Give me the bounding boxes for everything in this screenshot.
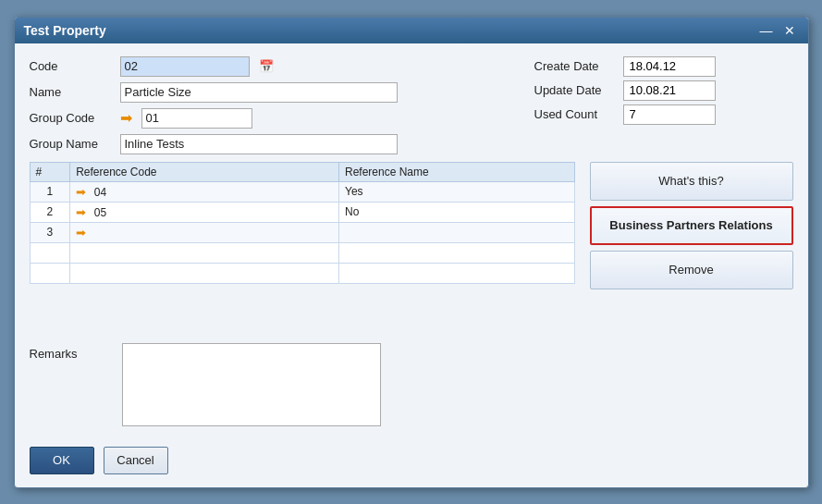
name-row: Name [30,82,516,103]
footer: OK Cancel [15,437,808,487]
update-date-row: Update Date 10.08.21 [534,80,793,101]
used-count-value: 7 [623,104,716,125]
row-name: No [338,202,574,222]
table-row[interactable]: 2 ➡ 05 No [30,202,574,222]
group-code-input[interactable] [141,108,252,129]
update-date-value: 10.08.21 [623,80,716,101]
create-date-value: 18.04.12 [623,56,716,77]
used-count-label: Used Count [534,107,618,121]
table-row-empty [30,263,574,283]
minimize-button[interactable]: — [756,24,777,37]
name-label: Name [30,85,113,99]
group-code-label: Group Code [30,111,113,125]
col-header-ref-code: Reference Code [70,162,339,181]
close-button[interactable]: ✕ [780,24,799,37]
cancel-button[interactable]: Cancel [104,447,168,474]
calendar-icon[interactable]: 📅 [259,59,274,73]
remarks-label: Remarks [30,343,113,361]
group-code-row: Group Code ➡ [30,108,516,129]
top-section: Code 📅 Name Group Code ➡ Group Name [30,56,793,154]
middle-section: # Reference Code Reference Name 1 ➡ 04 [30,162,793,332]
row-arrow-icon: ➡ [76,185,86,199]
dialog-title: Test Property [24,23,106,38]
code-label: Code [30,59,113,73]
row-num: 2 [30,202,70,222]
remarks-textarea[interactable] [122,343,381,426]
row-code: ➡ 05 [70,202,339,222]
row-arrow-icon: ➡ [76,205,86,219]
update-date-label: Update Date [534,83,618,97]
name-input[interactable] [120,82,398,103]
group-name-input[interactable] [120,134,398,154]
row-name [338,222,574,242]
table-row[interactable]: 1 ➡ 04 Yes [30,181,574,202]
reference-table: # Reference Code Reference Name 1 ➡ 04 [30,162,575,284]
business-partners-button[interactable]: Business Partners Relations [590,206,793,245]
row-num: 1 [30,181,70,202]
whats-this-button[interactable]: What's this? [590,162,793,201]
reference-table-area: # Reference Code Reference Name 1 ➡ 04 [30,162,575,332]
left-fields: Code 📅 Name Group Code ➡ Group Name [30,56,516,154]
group-name-row: Group Name [30,134,516,154]
row-name: Yes [338,181,574,202]
create-date-label: Create Date [534,59,618,73]
table-row[interactable]: 3 ➡ [30,222,574,242]
code-row: Code 📅 [30,56,516,77]
dialog-body: Code 📅 Name Group Code ➡ Group Name [15,43,808,437]
table-row-empty [30,242,574,263]
button-panel: What's this? Business Partners Relations… [590,162,793,332]
row-code: ➡ [70,222,339,242]
code-input[interactable] [120,56,250,77]
dialog-window: Test Property — ✕ Code 📅 Name [14,17,809,488]
row-code: ➡ 04 [70,181,339,202]
create-date-row: Create Date 18.04.12 [534,56,793,77]
group-code-arrow-icon: ➡ [120,109,132,127]
row-num: 3 [30,222,70,242]
col-header-hash: # [30,162,70,181]
group-name-label: Group Name [30,137,113,151]
title-bar-buttons: — ✕ [756,24,799,37]
ok-button[interactable]: OK [30,447,94,474]
col-header-ref-name: Reference Name [338,162,574,181]
title-bar: Test Property — ✕ [15,18,808,43]
used-count-row: Used Count 7 [534,104,793,125]
row-arrow-icon: ➡ [76,226,86,240]
remarks-section: Remarks [30,343,793,426]
remove-button[interactable]: Remove [590,251,793,289]
right-fields: Create Date 18.04.12 Update Date 10.08.2… [534,56,793,154]
